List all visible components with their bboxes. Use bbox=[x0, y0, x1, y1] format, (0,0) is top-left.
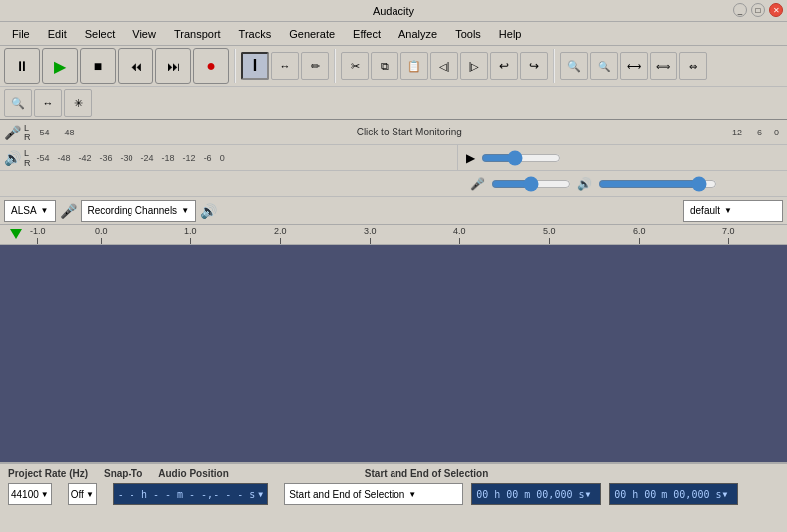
selection-end-text: 00 h 00 m 00,000 s bbox=[614, 489, 721, 500]
toolbar-divider-1 bbox=[234, 49, 236, 83]
snap-to-select[interactable]: Off ▼ bbox=[68, 483, 97, 505]
paste-button[interactable]: 📋 bbox=[400, 52, 428, 80]
output-speaker-icon: 🔊 bbox=[577, 177, 592, 191]
zoom-toggle-button[interactable]: ⇔ bbox=[679, 52, 707, 80]
audio-position-label: Audio Position bbox=[158, 468, 229, 479]
audio-position-arrow: ▼ bbox=[258, 490, 263, 499]
redo-button[interactable]: ↪ bbox=[520, 52, 548, 80]
audio-position-text: - - h - - m - -,- - - s bbox=[118, 489, 255, 500]
menu-edit[interactable]: Edit bbox=[40, 26, 75, 42]
audio-host-arrow: ▼ bbox=[41, 206, 49, 215]
out-scale-1: -54 bbox=[37, 153, 50, 163]
out-scale-4: -36 bbox=[100, 153, 113, 163]
out-scale-2: -48 bbox=[58, 153, 71, 163]
play-button[interactable]: ▶ bbox=[42, 48, 78, 84]
selection-start-field[interactable]: 00 h 00 m 00,000 s ▼ bbox=[471, 483, 601, 505]
input-scale-6: -6 bbox=[754, 128, 762, 137]
project-rate-value: 44100 bbox=[11, 489, 39, 500]
toolbar-divider-3 bbox=[553, 49, 555, 83]
out-scale-5: -30 bbox=[121, 153, 133, 163]
out-scale-10: 0 bbox=[220, 153, 225, 163]
input-scale-2: -48 bbox=[62, 128, 75, 137]
input-lr-labels: LR bbox=[24, 123, 31, 142]
out-scale-6: -24 bbox=[141, 153, 154, 163]
playback-device-dropdown[interactable]: default ▼ bbox=[683, 200, 783, 222]
ruler-content: -1.0 0.0 1.0 2.0 3.0 bbox=[0, 225, 787, 244]
trim-audio-left[interactable]: ◁| bbox=[430, 52, 458, 80]
time2-arrow: ▼ bbox=[723, 490, 728, 499]
menu-generate[interactable]: Generate bbox=[281, 26, 343, 42]
project-rate-select[interactable]: 44100 ▼ bbox=[8, 483, 52, 505]
input-level-slider[interactable] bbox=[491, 179, 571, 189]
selection-mode-arrow: ▼ bbox=[408, 490, 416, 499]
skip-end-button[interactable]: ⏭ bbox=[155, 48, 191, 84]
close-button[interactable]: ✕ bbox=[769, 3, 783, 17]
time1-arrow: ▼ bbox=[586, 490, 591, 499]
undo-button[interactable]: ↩ bbox=[490, 52, 518, 80]
recording-channels-dropdown[interactable]: Recording Channels ▼ bbox=[81, 200, 197, 222]
trim-audio-right[interactable]: |▷ bbox=[460, 52, 488, 80]
zoom-out-button[interactable]: 🔍 bbox=[590, 52, 618, 80]
menu-view[interactable]: View bbox=[125, 26, 164, 42]
record-button[interactable]: ● bbox=[193, 48, 229, 84]
project-rate-arrow: ▼ bbox=[41, 490, 49, 499]
zoom-fit-v-button[interactable]: ⟺ bbox=[650, 52, 677, 80]
rec-channels-arrow: ▼ bbox=[181, 206, 189, 215]
out-scale-3: -42 bbox=[79, 153, 92, 163]
scroll-left-button[interactable]: ↔ bbox=[34, 89, 62, 117]
zoom-in-button[interactable]: 🔍 bbox=[560, 52, 588, 80]
app-title: Audacity bbox=[373, 5, 414, 17]
selection-end-field[interactable]: 00 h 00 m 00,000 s ▼ bbox=[609, 483, 738, 505]
menu-tracks[interactable]: Tracks bbox=[231, 26, 280, 42]
copy-button[interactable]: ⧉ bbox=[371, 52, 398, 80]
input-scale-3: - bbox=[87, 128, 90, 137]
minimize-button[interactable]: _ bbox=[733, 3, 747, 17]
mic-icon: 🎤 bbox=[4, 125, 21, 140]
status-labels-row: Project Rate (Hz) Snap-To Audio Position… bbox=[8, 468, 779, 479]
click-to-monitor[interactable]: Click to Start Monitoring bbox=[102, 127, 717, 137]
status-controls-row: 44100 ▼ Off ▼ - - h - - m - -,- - - s ▼ … bbox=[8, 483, 779, 505]
title-bar: Audacity _ □ ✕ bbox=[0, 0, 787, 22]
window-controls: _ □ ✕ bbox=[733, 3, 783, 17]
search-tool-button[interactable]: 🔍 bbox=[4, 89, 32, 117]
menu-transport[interactable]: Transport bbox=[166, 26, 229, 42]
selection-start-text: 00 h 00 m 00,000 s bbox=[476, 489, 584, 500]
selection-mode-value: Start and End of Selection bbox=[289, 489, 404, 500]
out-scale-9: -6 bbox=[204, 153, 212, 163]
audio-position-field[interactable]: - - h - - m - -,- - - s ▼ bbox=[113, 483, 268, 505]
menu-effect[interactable]: Effect bbox=[345, 26, 389, 42]
toolbar-divider-2 bbox=[334, 49, 336, 83]
select-tool-button[interactable]: I bbox=[241, 52, 269, 80]
status-bar: Project Rate (Hz) Snap-To Audio Position… bbox=[0, 462, 787, 532]
audio-host-dropdown[interactable]: ALSA ▼ bbox=[4, 200, 56, 222]
menu-help[interactable]: Help bbox=[491, 26, 530, 42]
playback-volume-slider[interactable] bbox=[481, 153, 561, 163]
draw-tool-button[interactable]: ✏ bbox=[301, 52, 329, 80]
track-area[interactable] bbox=[0, 245, 787, 462]
input-scale-1: -54 bbox=[37, 128, 50, 137]
out-scale-7: -18 bbox=[162, 153, 175, 163]
playback-play-icon: ▶ bbox=[466, 151, 475, 165]
menu-bar: File Edit Select View Transport Tracks G… bbox=[0, 22, 787, 46]
cut-button[interactable]: ✂ bbox=[341, 52, 369, 80]
speaker-icon: 🔊 bbox=[4, 150, 21, 166]
pause-button[interactable]: ⏸ bbox=[4, 48, 40, 84]
output-lr-labels: LR bbox=[24, 148, 31, 168]
device-speaker-icon: 🔊 bbox=[200, 203, 217, 219]
zoom-fit-button[interactable]: ⟷ bbox=[620, 52, 648, 80]
ruler: -1.0 0.0 1.0 2.0 3.0 bbox=[0, 225, 787, 245]
playback-device-arrow: ▼ bbox=[724, 206, 732, 215]
selection-mode-dropdown[interactable]: Start and End of Selection ▼ bbox=[284, 483, 463, 505]
stop-button[interactable]: ■ bbox=[80, 48, 116, 84]
maximize-button[interactable]: □ bbox=[751, 3, 765, 17]
menu-tools[interactable]: Tools bbox=[447, 26, 489, 42]
menu-analyze[interactable]: Analyze bbox=[391, 26, 445, 42]
menu-select[interactable]: Select bbox=[77, 26, 124, 42]
skip-start-button[interactable]: ⏮ bbox=[118, 48, 153, 84]
envelope-tool-button[interactable]: ↔ bbox=[271, 52, 299, 80]
multi-tool-button[interactable]: ✳ bbox=[64, 89, 92, 117]
device-mic-icon: 🎤 bbox=[60, 203, 77, 219]
output-level-slider[interactable] bbox=[598, 179, 717, 189]
snap-to-label: Snap-To bbox=[104, 468, 142, 479]
menu-file[interactable]: File bbox=[4, 26, 38, 42]
